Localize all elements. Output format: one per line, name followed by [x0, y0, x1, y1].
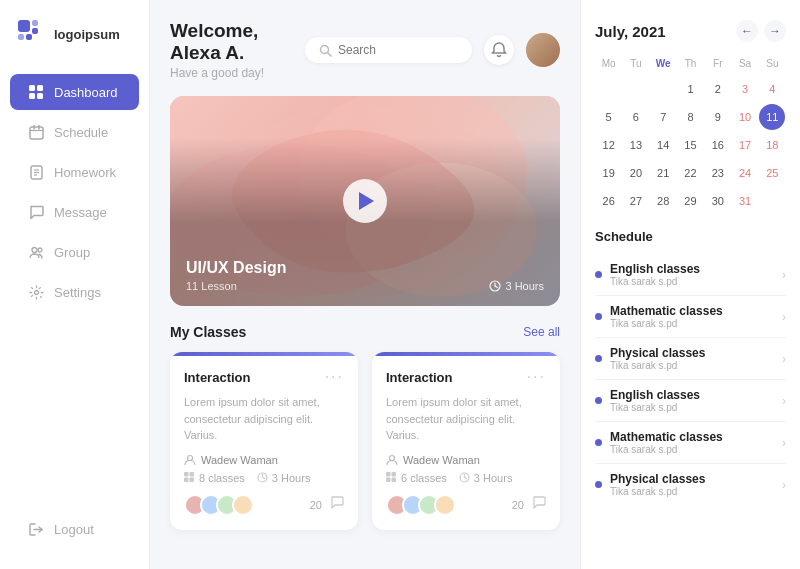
search-input[interactable] — [338, 43, 458, 57]
calendar-date[interactable]: 6 — [623, 104, 649, 130]
sidebar-item-dashboard[interactable]: Dashboard — [10, 74, 139, 110]
calendar-date[interactable]: 20 — [623, 160, 649, 186]
sidebar-item-group[interactable]: Group — [10, 234, 139, 270]
calendar-date[interactable]: 22 — [677, 160, 703, 186]
calendar-date[interactable]: 27 — [623, 188, 649, 214]
sidebar-item-homework[interactable]: Homework — [10, 154, 139, 190]
schedule-name: Physical classes — [610, 472, 782, 486]
chat-svg-1 — [532, 496, 546, 510]
calendar-date[interactable]: 10 — [732, 104, 758, 130]
user-avatar[interactable] — [526, 33, 560, 67]
class-card-0: Interaction ··· Lorem ipsum dolor sit am… — [170, 352, 358, 530]
svg-point-30 — [188, 455, 193, 460]
calendar-date[interactable]: 23 — [705, 160, 731, 186]
svg-point-17 — [32, 247, 37, 252]
schedule-item[interactable]: English classes Tika sarak s.pd › — [595, 254, 786, 296]
chat-svg-0 — [330, 496, 344, 510]
sidebar-item-logout[interactable]: Logout — [10, 511, 139, 547]
welcome-title: Welcome, Alexa A. — [170, 20, 305, 64]
calendar-date[interactable]: 25 — [759, 160, 785, 186]
svg-rect-6 — [37, 85, 43, 91]
calendar-date[interactable]: 29 — [677, 188, 703, 214]
schedule-info: English classes Tika sarak s.pd — [610, 388, 782, 413]
schedule-item[interactable]: Physical classes Tika sarak s.pd › — [595, 464, 786, 505]
calendar-date[interactable]: 16 — [705, 132, 731, 158]
calendar-date[interactable]: 12 — [596, 132, 622, 158]
schedule-item[interactable]: Physical classes Tika sarak s.pd › — [595, 338, 786, 380]
sidebar-label-settings: Settings — [54, 285, 101, 300]
calendar-date[interactable]: 31 — [732, 188, 758, 214]
chat-icon — [28, 204, 44, 220]
calendar-date[interactable]: 24 — [732, 160, 758, 186]
calendar-date[interactable]: 13 — [623, 132, 649, 158]
search-box[interactable] — [305, 37, 472, 63]
notification-bell[interactable] — [484, 35, 514, 65]
logo-icon — [18, 20, 46, 48]
see-all-link[interactable]: See all — [523, 325, 560, 339]
schedule-info: Mathematic classes Tika sarak s.pd — [610, 304, 782, 329]
calendar-date[interactable]: 7 — [650, 104, 676, 130]
calendar-date[interactable]: 30 — [705, 188, 731, 214]
calendar-date[interactable]: 11 — [759, 104, 785, 130]
calendar-date[interactable]: 3 — [732, 76, 758, 102]
calendar-date[interactable]: 15 — [677, 132, 703, 158]
svg-rect-7 — [29, 93, 35, 99]
calendar-date[interactable]: 26 — [596, 188, 622, 214]
schedule-info: English classes Tika sarak s.pd — [610, 262, 782, 287]
mini-avatar-0-3 — [232, 494, 254, 516]
svg-rect-34 — [190, 478, 195, 483]
card-menu-0[interactable]: ··· — [325, 368, 344, 386]
sidebar-item-schedule[interactable]: Schedule — [10, 114, 139, 150]
svg-rect-39 — [386, 472, 391, 477]
calendar-date[interactable]: 1 — [677, 76, 703, 102]
sidebar-item-settings[interactable]: Settings — [10, 274, 139, 310]
top-bar-right — [305, 33, 560, 67]
grid-stat-icon-0 — [184, 472, 195, 483]
calendar-date[interactable]: 21 — [650, 160, 676, 186]
sidebar-bottom: Logout — [0, 509, 149, 549]
schedule-chevron-icon: › — [782, 352, 786, 366]
calendar-date[interactable]: 14 — [650, 132, 676, 158]
schedule-item[interactable]: English classes Tika sarak s.pd › — [595, 380, 786, 422]
svg-rect-1 — [32, 20, 38, 26]
calendar-nav: ← → — [736, 20, 786, 42]
calendar-date[interactable]: 5 — [596, 104, 622, 130]
schedule-item[interactable]: Mathematic classes Tika sarak s.pd › — [595, 422, 786, 464]
sidebar-item-message[interactable]: Message — [10, 194, 139, 230]
calendar-date[interactable]: 9 — [705, 104, 731, 130]
card-stats-0: 8 classes 3 Hours — [184, 472, 344, 484]
calendar-date[interactable]: 28 — [650, 188, 676, 214]
hero-duration-text: 3 Hours — [505, 280, 544, 292]
card-title-0: Interaction — [184, 370, 250, 385]
schedule-teacher: Tika sarak s.pd — [610, 318, 782, 329]
hero-video-card[interactable]: UI/UX Design 11 Lesson 3 Hours — [170, 96, 560, 306]
svg-rect-40 — [392, 472, 397, 477]
calendar-date[interactable]: 18 — [759, 132, 785, 158]
calendar-date[interactable]: 17 — [732, 132, 758, 158]
calendar-date[interactable]: 8 — [677, 104, 703, 130]
svg-rect-32 — [190, 472, 195, 477]
calendar-date[interactable]: 19 — [596, 160, 622, 186]
play-button[interactable] — [343, 179, 387, 223]
schedule-info: Mathematic classes Tika sarak s.pd — [610, 430, 782, 455]
welcome-sub: Have a good day! — [170, 66, 305, 80]
card-count-1: 20 — [512, 499, 524, 511]
svg-point-18 — [38, 248, 42, 252]
calendar-date[interactable]: 2 — [705, 76, 731, 102]
calendar-header: July, 2021 ← → — [595, 20, 786, 42]
chat-bubble-icon-0[interactable] — [330, 496, 344, 513]
schedule-name: English classes — [610, 262, 782, 276]
chat-bubble-icon-1[interactable] — [532, 496, 546, 513]
svg-rect-2 — [32, 28, 38, 34]
schedule-item[interactable]: Mathematic classes Tika sarak s.pd › — [595, 296, 786, 338]
calendar-next[interactable]: → — [764, 20, 786, 42]
sidebar-label-dashboard: Dashboard — [54, 85, 118, 100]
card-menu-1[interactable]: ··· — [527, 368, 546, 386]
calendar-date[interactable]: 4 — [759, 76, 785, 102]
svg-point-19 — [34, 290, 38, 294]
card-header-1: Interaction ··· — [386, 368, 546, 386]
schedule-name: Mathematic classes — [610, 304, 782, 318]
clock-stat-icon-1 — [459, 472, 470, 483]
schedule-dot — [595, 481, 602, 488]
calendar-prev[interactable]: ← — [736, 20, 758, 42]
